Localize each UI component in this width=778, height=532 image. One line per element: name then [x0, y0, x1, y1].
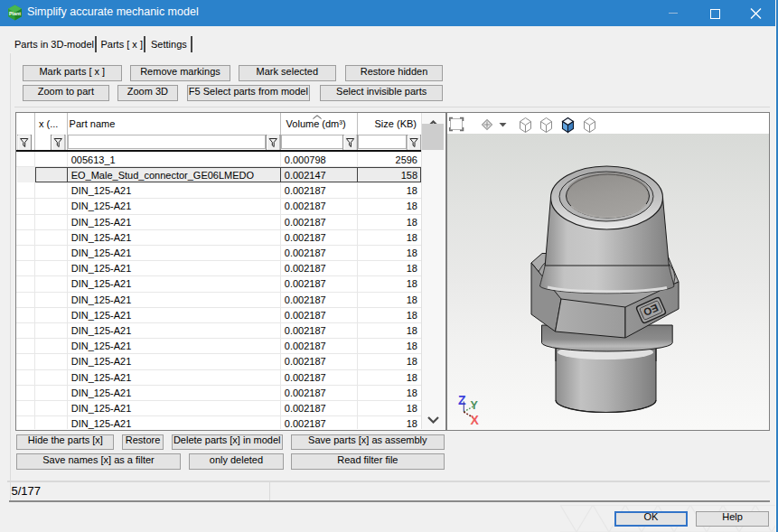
svg-text:Plant: Plant: [9, 11, 21, 16]
svg-text:X: X: [471, 413, 480, 427]
svg-text:Y: Y: [471, 399, 479, 412]
svg-text:Z: Z: [458, 393, 466, 407]
